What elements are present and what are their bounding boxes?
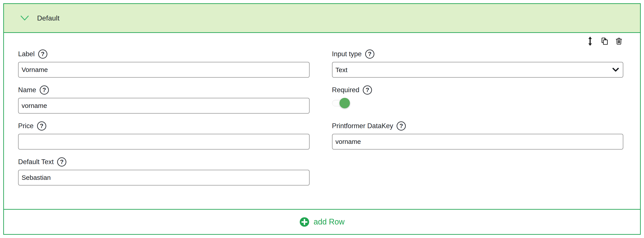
add-row-label: add Row xyxy=(314,217,344,227)
question-glyph: ? xyxy=(60,159,64,165)
help-icon[interactable]: ? xyxy=(57,157,66,167)
name-input[interactable] xyxy=(18,98,310,114)
section-title: Default xyxy=(37,14,60,22)
question-glyph: ? xyxy=(42,87,46,93)
name-field-label: Name xyxy=(18,86,36,94)
toggle-knob xyxy=(340,98,350,108)
move-row-button[interactable] xyxy=(586,36,595,46)
field-input-type: Input type ? Text xyxy=(332,49,624,78)
question-glyph: ? xyxy=(40,123,44,129)
label-input[interactable] xyxy=(18,62,310,78)
row-toolbar xyxy=(586,36,624,46)
question-glyph: ? xyxy=(366,87,369,93)
printformer-datakey-field-label: Printformer DataKey xyxy=(332,122,393,130)
printformer-datakey-input[interactable] xyxy=(332,134,624,150)
section-header[interactable]: Default xyxy=(4,4,640,33)
add-row-button[interactable]: add Row xyxy=(299,217,344,227)
empty-cell xyxy=(332,157,624,186)
plus-circle-icon xyxy=(299,217,310,227)
field-required: Required ? xyxy=(332,85,624,114)
help-icon[interactable]: ? xyxy=(363,85,372,95)
default-text-input[interactable] xyxy=(18,170,310,186)
input-type-select[interactable]: Text xyxy=(332,62,624,78)
copy-row-button[interactable] xyxy=(600,36,609,46)
help-icon[interactable]: ? xyxy=(365,49,374,59)
field-label: Label ? xyxy=(18,49,310,78)
help-icon[interactable]: ? xyxy=(40,85,49,95)
card-footer: add Row xyxy=(4,209,640,234)
price-input[interactable] xyxy=(18,134,310,150)
default-text-field-label: Default Text xyxy=(18,158,54,166)
chevron-down-icon[interactable] xyxy=(20,15,29,21)
question-glyph: ? xyxy=(41,51,45,57)
form-grid: Label ? Input type ? xyxy=(18,49,623,193)
field-name: Name ? xyxy=(18,85,310,114)
question-glyph: ? xyxy=(368,51,372,57)
section-body: Label ? Input type ? xyxy=(4,33,640,209)
duplicate-icon xyxy=(600,36,609,46)
question-glyph: ? xyxy=(400,123,403,129)
help-icon[interactable]: ? xyxy=(38,49,47,59)
required-field-label: Required xyxy=(332,86,360,94)
field-default-text: Default Text ? xyxy=(18,157,310,186)
field-printformer-datakey: Printformer DataKey ? xyxy=(332,121,624,150)
input-type-field-label: Input type xyxy=(332,50,362,58)
field-price: Price ? xyxy=(18,121,310,150)
price-field-label: Price xyxy=(18,122,34,130)
arrows-up-down-icon xyxy=(587,36,593,46)
trash-icon xyxy=(615,36,623,46)
delete-row-button[interactable] xyxy=(614,36,624,46)
label-field-label: Label xyxy=(18,50,35,58)
help-icon[interactable]: ? xyxy=(396,121,406,131)
help-icon[interactable]: ? xyxy=(37,121,46,131)
form-row-card: Default xyxy=(3,3,641,235)
required-toggle[interactable] xyxy=(332,98,350,108)
